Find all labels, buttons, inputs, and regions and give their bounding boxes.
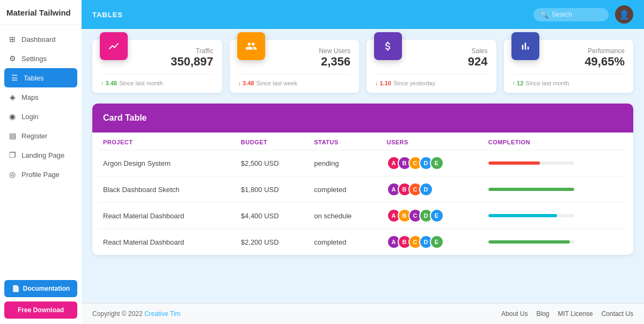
status-cell: on schedule [309,203,381,229]
users-cell: ABCDE [382,203,483,229]
sidebar-label-tables: Tables [24,74,44,82]
sales-footer: ↓ 1.10Since yesterday [375,74,488,86]
stat-cards: Traffic350,897↑ 3.48Since last monthNew … [92,40,633,93]
sidebar-item-register[interactable]: ▤Register [0,126,82,145]
table-row: React Material Dashboard$4,400 USDon sch… [98,203,628,229]
stat-card-performance: Performance49,65%↑ 12Since last month [504,40,634,93]
budget-cell: $2,500 USD [236,150,309,176]
table-body: Argon Design System$2,500 USDpendingABCD… [98,150,628,255]
new-users-change: ↓ 3.48 [238,80,254,86]
sidebar-item-profile-page[interactable]: ◎Profile Page [0,165,82,184]
search-icon: 🔍 [540,11,548,19]
settings-icon: ⚙ [8,54,17,63]
progress-bar [488,240,570,244]
sidebar-item-login[interactable]: ◉Login [0,107,82,126]
brand-text: Material Tailwind [6,8,71,17]
table-row: Argon Design System$2,500 USDpendingABCD… [98,150,628,176]
dashboard-icon: ⊞ [8,34,17,44]
sidebar-item-maps[interactable]: ◈Maps [0,87,82,107]
docs-label: Documentation [23,285,70,292]
landing-page-icon: ❐ [8,150,17,160]
col-users: Users [382,132,483,150]
stat-card-new-users: New Users2,356↓ 3.48Since last week [230,40,360,93]
progress-bar-container [488,161,574,165]
card-table-title: Card Table [103,113,147,122]
status-cell: completed [309,229,381,255]
header-right: 🔍 👤 [533,5,633,24]
sidebar-item-landing-page[interactable]: ❐Landing Page [0,145,82,165]
footer-link-mit-license[interactable]: MIT License [558,310,593,318]
sidebar-label-landing-page: Landing Page [21,151,64,159]
budget-cell: $4,400 USD [236,203,309,229]
footer-link-about-us[interactable]: About Us [501,310,528,318]
docs-button[interactable]: 📄Documentation [4,280,77,297]
budget-cell: $2,200 USD [236,229,309,255]
traffic-label: Traffic [196,47,214,55]
performance-value: 49,65% [584,55,625,69]
footer-brand-link[interactable]: Creative Tim [144,310,180,318]
project-cell: Black Dashboard Sketch [98,176,236,203]
brand-logo: Material Tailwind [0,0,82,25]
footer-link-blog[interactable]: Blog [536,310,549,318]
sidebar-nav: ⊞Dashboard⚙Settings☰Tables◈Maps◉Login▤Re… [0,25,82,275]
copyright-text: Copyright © 2022 [92,310,143,318]
docs-icon: 📄 [12,285,20,292]
search-input[interactable] [552,11,605,18]
user-avatar-sm: E [430,209,444,223]
table-header-row: ProjectBudgetStatusUsersCompletion [98,132,628,150]
search-box[interactable]: 🔍 [533,8,609,21]
completion-cell [483,150,628,176]
footer-link-contact-us[interactable]: Contact Us [602,310,633,318]
user-avatar-sm: E [430,156,444,170]
new-users-icon [237,32,265,60]
main-content: TABLES 🔍 👤 Traffic350,897↑ 3.48Since las… [82,0,644,324]
traffic-since: Since last month [119,80,163,86]
sidebar-item-tables[interactable]: ☰Tables [4,68,77,87]
new-users-value: 2,356 [321,55,350,69]
new-users-since: Since last week [256,80,297,86]
project-cell: Argon Design System [98,150,236,176]
tables-icon: ☰ [10,73,19,83]
table-header: ProjectBudgetStatusUsersCompletion [98,132,628,150]
completion-cell [483,176,628,203]
stat-card-traffic: Traffic350,897↑ 3.48Since last month [92,40,222,93]
new-users-footer: ↓ 3.48Since last week [238,74,351,86]
project-cell: React Material Dashboard [98,203,236,229]
table-row: Black Dashboard Sketch$1,800 USDcomplete… [98,176,628,203]
login-icon: ◉ [8,112,17,121]
completion-cell [483,229,628,255]
progress-bar [488,188,574,191]
sidebar-label-dashboard: Dashboard [21,35,56,43]
completion-cell [483,203,628,229]
card-table-body: ProjectBudgetStatusUsersCompletion Argon… [92,132,633,255]
users-cell: ABCDE [382,229,483,255]
users-cell: ABCD [382,176,483,203]
col-budget: Budget [236,132,309,150]
user-avatar[interactable]: 👤 [615,5,633,24]
status-cell: completed [309,176,381,203]
performance-label: Performance [588,47,625,55]
col-project: Project [98,132,236,150]
profile-page-icon: ◎ [8,170,17,179]
sales-since: Since yesterday [393,80,435,86]
progress-bar-container [488,214,574,217]
sidebar-label-register: Register [21,132,47,140]
sidebar-label-profile-page: Profile Page [21,171,60,179]
table-row: React Material Dashboard$2,200 USDcomple… [98,229,628,255]
col-status: Status [309,132,381,150]
budget-cell: $1,800 USD [236,176,309,203]
sidebar-label-maps: Maps [21,93,39,101]
avatar-group: ABCD [387,182,478,196]
sidebar-item-dashboard[interactable]: ⊞Dashboard [0,30,82,49]
content-area: Traffic350,897↑ 3.48Since last monthNew … [82,29,644,303]
user-avatar-sm: D [419,182,433,196]
maps-icon: ◈ [8,92,17,102]
progress-bar-container [488,240,574,244]
avatar-group: ABCDE [387,235,478,249]
traffic-footer: ↑ 3.48Since last month [101,74,214,86]
traffic-icon [100,32,128,60]
sales-label: Sales [471,47,487,55]
sidebar-item-settings[interactable]: ⚙Settings [0,49,82,68]
projects-table: ProjectBudgetStatusUsersCompletion Argon… [98,132,628,255]
download-button[interactable]: Free Download [4,301,77,319]
